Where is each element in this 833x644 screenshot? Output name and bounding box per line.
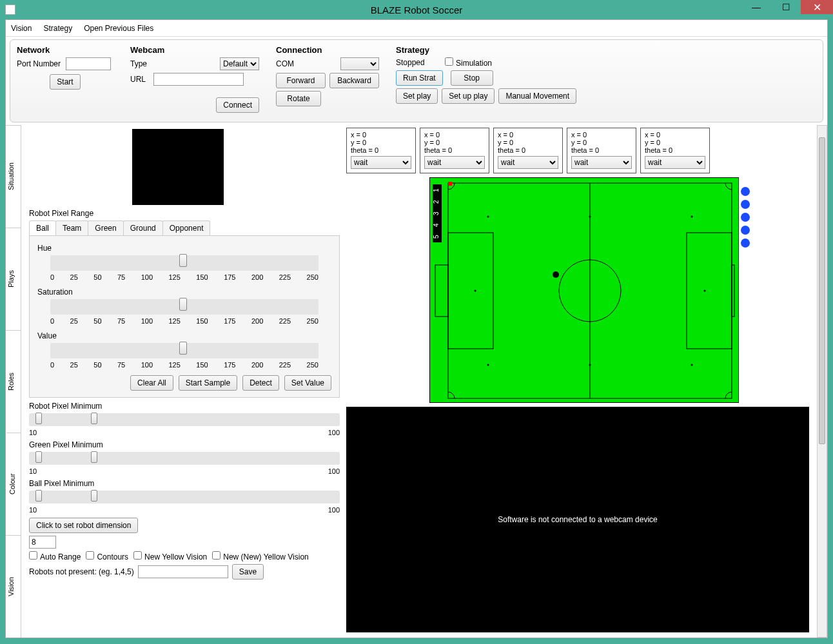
- tab-ground[interactable]: Ground: [123, 220, 163, 235]
- hue-slider[interactable]: [50, 255, 318, 271]
- saturation-slider[interactable]: [50, 299, 318, 315]
- stop-button[interactable]: Stop: [451, 70, 493, 86]
- vertical-tabs: Situation Plays Roles Colour Vision: [6, 125, 21, 638]
- robot-min-label: Robot Pixel Minimum: [29, 402, 340, 411]
- robot-x: x = 0: [498, 131, 558, 139]
- opponent-dot: [741, 226, 750, 235]
- start-button[interactable]: Start: [50, 74, 80, 90]
- ball-min-slider[interactable]: [29, 491, 340, 503]
- robot-mode-dropdown[interactable]: wait: [645, 156, 705, 169]
- vtab-roles[interactable]: Roles: [6, 330, 21, 433]
- robot-theta: theta = 0: [645, 146, 705, 154]
- soccer-field[interactable]: 1 2 3 4 5: [429, 177, 739, 403]
- robot-mode-dropdown[interactable]: wait: [351, 156, 411, 169]
- vtab-vision[interactable]: Vision: [6, 535, 21, 638]
- opponent-dot: [741, 187, 750, 196]
- simulation-checkbox[interactable]: [445, 57, 453, 66]
- clear-all-button[interactable]: Clear All: [130, 375, 173, 391]
- maximize-button[interactable]: ☐: [771, 0, 801, 14]
- svg-point-11: [589, 364, 591, 366]
- nyv-label[interactable]: New Yellow Vision: [133, 551, 207, 561]
- com-dropdown[interactable]: [340, 57, 379, 70]
- auto-range-label[interactable]: Auto Range: [29, 551, 81, 561]
- port-number-input[interactable]: [66, 57, 111, 70]
- vtab-colour[interactable]: Colour: [6, 433, 21, 535]
- webcam-section: Webcam Type Default URL Connect: [130, 45, 259, 115]
- menu-vision[interactable]: Vision: [11, 24, 32, 33]
- contours-label[interactable]: Contours: [86, 551, 128, 561]
- svg-point-14: [704, 290, 706, 292]
- svg-point-13: [475, 290, 476, 292]
- auto-range-checkbox[interactable]: [29, 551, 37, 560]
- robot-min-slider[interactable]: [29, 413, 340, 426]
- robot-mode-dropdown[interactable]: wait: [424, 156, 485, 169]
- left-pane: Robot Pixel Range Ball Team Green Ground…: [21, 125, 344, 638]
- menu-open-previous[interactable]: Open Previous Files: [84, 24, 153, 33]
- strategy-heading: Strategy: [396, 45, 816, 55]
- port-number-label: Port Number: [17, 59, 62, 68]
- tab-opponent[interactable]: Opponent: [162, 220, 211, 235]
- contours-checkbox[interactable]: [86, 551, 94, 560]
- tab-green[interactable]: Green: [88, 220, 123, 235]
- type-dropdown[interactable]: Default: [220, 57, 259, 70]
- field-robot-3: 3: [433, 208, 442, 219]
- rotate-button[interactable]: Rotate: [276, 91, 321, 106]
- robot-x: x = 0: [645, 131, 705, 139]
- field-robot-2: 2: [433, 196, 442, 208]
- svg-point-8: [589, 216, 591, 218]
- detect-button[interactable]: Detect: [242, 375, 279, 391]
- minimize-button[interactable]: —: [741, 0, 771, 14]
- saturation-label: Saturation: [37, 288, 331, 297]
- set-dimension-button[interactable]: Click to set robot dimension: [29, 518, 138, 533]
- robots-not-present-input[interactable]: [138, 565, 228, 578]
- value-slider[interactable]: [50, 343, 318, 358]
- nyv-checkbox[interactable]: [133, 551, 142, 560]
- set-up-play-button[interactable]: Set up play: [442, 88, 495, 104]
- svg-point-12: [691, 364, 693, 366]
- menu-strategy[interactable]: Strategy: [43, 24, 72, 33]
- robot-mode-dropdown[interactable]: wait: [571, 156, 632, 169]
- start-sample-button[interactable]: Start Sample: [179, 375, 237, 391]
- run-strat-button[interactable]: Run Strat: [396, 70, 443, 86]
- preview-box: [132, 129, 224, 205]
- green-min-slider[interactable]: [29, 452, 340, 465]
- vertical-scrollbar[interactable]: [817, 125, 827, 638]
- robot-y: y = 0: [645, 139, 705, 146]
- right-pane: x = 0 y = 0 theta = 0 waitx = 0 y = 0 th…: [344, 125, 827, 638]
- simulation-checkbox-label[interactable]: Simulation: [445, 57, 492, 68]
- connection-heading: Connection: [276, 45, 379, 55]
- vtab-plays[interactable]: Plays: [6, 228, 21, 330]
- svg-rect-16: [448, 182, 452, 186]
- svg-point-9: [691, 216, 693, 218]
- nnyv-label[interactable]: New (New) Yellow Vision: [212, 551, 309, 561]
- robot-box-2: x = 0 y = 0 theta = 0 wait: [420, 128, 489, 173]
- backward-button[interactable]: Backward: [329, 73, 379, 88]
- com-label: COM: [276, 59, 295, 68]
- robot-y: y = 0: [571, 139, 632, 146]
- forward-button[interactable]: Forward: [276, 73, 326, 88]
- robot-theta: theta = 0: [351, 146, 411, 154]
- svg-point-10: [487, 364, 489, 366]
- save-button[interactable]: Save: [232, 564, 264, 580]
- tab-team[interactable]: Team: [55, 220, 88, 235]
- robot-x: x = 0: [571, 131, 632, 139]
- connect-button[interactable]: Connect: [216, 97, 259, 113]
- dimension-input[interactable]: [29, 536, 56, 549]
- url-input[interactable]: [153, 73, 244, 86]
- menubar: Vision Strategy Open Previous Files: [6, 20, 827, 37]
- robot-y: y = 0: [351, 139, 411, 146]
- robot-box-4: x = 0 y = 0 theta = 0 wait: [567, 128, 636, 173]
- set-value-button[interactable]: Set Value: [284, 375, 331, 391]
- nnyv-checkbox[interactable]: [212, 551, 220, 560]
- close-button[interactable]: ✕: [801, 0, 833, 14]
- svg-rect-5: [435, 265, 448, 317]
- manual-movement-button[interactable]: Manual Movement: [498, 88, 576, 104]
- vtab-situation[interactable]: Situation: [6, 125, 21, 228]
- type-label: Type: [130, 59, 150, 68]
- strategy-status: Stopped: [396, 58, 441, 67]
- robot-box-3: x = 0 y = 0 theta = 0 wait: [493, 128, 563, 173]
- set-play-button[interactable]: Set play: [396, 88, 438, 104]
- robot-mode-dropdown[interactable]: wait: [498, 156, 558, 169]
- opponent-dot: [741, 213, 750, 222]
- tab-ball[interactable]: Ball: [29, 220, 56, 235]
